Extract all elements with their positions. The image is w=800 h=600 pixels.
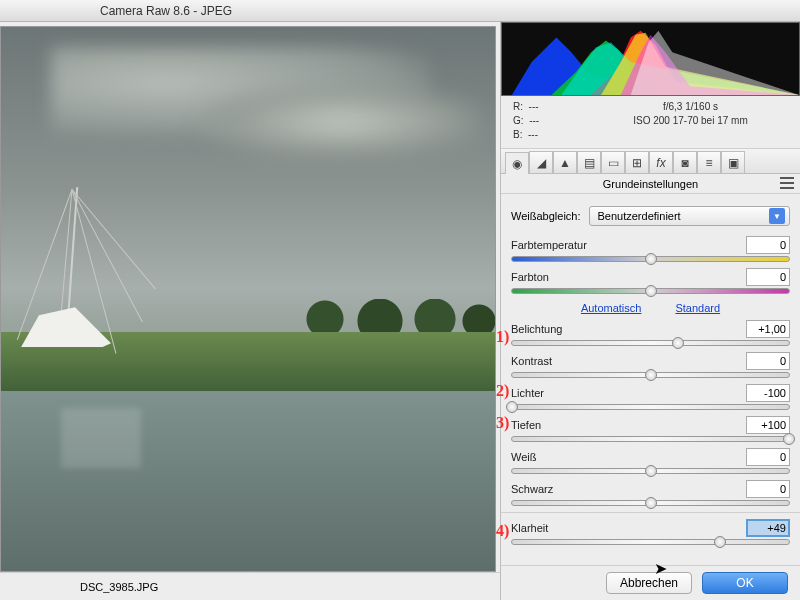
contrast-label: Kontrast — [511, 355, 552, 367]
contrast-input[interactable] — [746, 352, 790, 370]
lens-info: ISO 200 17-70 bei 17 mm — [593, 114, 788, 128]
whites-input[interactable] — [746, 448, 790, 466]
exposure-label: Belichtung — [511, 323, 562, 335]
highlights-label: Lichter — [511, 387, 544, 399]
tint-slider[interactable] — [511, 288, 790, 294]
whites-label: Weiß — [511, 451, 536, 463]
blacks-label: Schwarz — [511, 483, 553, 495]
blacks-input[interactable] — [746, 480, 790, 498]
shadows-slider[interactable] — [511, 436, 790, 442]
annotation-1: 1) — [496, 328, 509, 346]
histogram[interactable] — [501, 22, 800, 96]
adjustments-panel: R: --- G: --- B: --- f/6,3 1/160 s ISO 2… — [500, 22, 800, 600]
clarity-input[interactable] — [746, 519, 790, 537]
auto-link[interactable]: Automatisch — [581, 302, 642, 314]
tab-split[interactable]: ▭ — [601, 151, 625, 173]
wb-select[interactable]: Benutzerdefiniert ▼ — [589, 206, 791, 226]
panel-title: Grundeinstellungen — [603, 178, 698, 190]
clarity-label: Klarheit — [511, 522, 548, 534]
contrast-slider[interactable] — [511, 372, 790, 378]
exposure-input[interactable] — [746, 320, 790, 338]
panel-tabs: ◉ ◢ ▲ ▤ ▭ ⊞ fx ◙ ≡ ▣ — [501, 149, 800, 174]
panel-menu-icon[interactable] — [780, 177, 794, 189]
highlights-slider[interactable] — [511, 404, 790, 410]
filename-bar: DSC_3985.JPG — [0, 572, 500, 600]
tab-basic[interactable]: ◉ — [505, 152, 529, 174]
tint-label: Farbton — [511, 271, 549, 283]
temperature-input[interactable] — [746, 236, 790, 254]
exposure-slider[interactable] — [511, 340, 790, 346]
title-bar: Camera Raw 8.6 - JPEG — [0, 0, 800, 22]
shadows-label: Tiefen — [511, 419, 541, 431]
filename: DSC_3985.JPG — [80, 581, 158, 593]
annotation-4: 4) — [496, 522, 509, 540]
standard-link[interactable]: Standard — [675, 302, 720, 314]
shadows-input[interactable] — [746, 416, 790, 434]
highlights-input[interactable] — [746, 384, 790, 402]
cancel-button[interactable]: Abbrechen — [606, 572, 692, 594]
exposure-info: f/6,3 1/160 s — [593, 100, 788, 114]
temperature-slider[interactable] — [511, 256, 790, 262]
tab-hsl[interactable]: ▤ — [577, 151, 601, 173]
tab-lens[interactable]: ⊞ — [625, 151, 649, 173]
tab-presets[interactable]: ≡ — [697, 151, 721, 173]
annotation-3: 3) — [496, 414, 509, 432]
whites-slider[interactable] — [511, 468, 790, 474]
tab-camera[interactable]: ◙ — [673, 151, 697, 173]
annotation-2: 2) — [496, 382, 509, 400]
dialog-footer: Abbrechen OK — [501, 565, 800, 600]
window-title: Camera Raw 8.6 - JPEG — [100, 4, 232, 18]
wb-value: Benutzerdefiniert — [598, 210, 681, 222]
tab-fx[interactable]: fx — [649, 151, 673, 173]
image-preview[interactable] — [0, 26, 496, 572]
wb-label: Weißabgleich: — [511, 210, 581, 222]
clarity-slider[interactable] — [511, 539, 790, 545]
blacks-slider[interactable] — [511, 500, 790, 506]
chevron-down-icon: ▼ — [769, 208, 785, 224]
tab-curve[interactable]: ◢ — [529, 151, 553, 173]
tab-snapshots[interactable]: ▣ — [721, 151, 745, 173]
preview-pane: DSC_3985.JPG — [0, 22, 500, 600]
tab-detail[interactable]: ▲ — [553, 151, 577, 173]
temperature-label: Farbtemperatur — [511, 239, 587, 251]
panel-title-row: Grundeinstellungen — [501, 174, 800, 194]
ok-button[interactable]: OK — [702, 572, 788, 594]
metadata-readout: R: --- G: --- B: --- f/6,3 1/160 s ISO 2… — [501, 96, 800, 149]
tint-input[interactable] — [746, 268, 790, 286]
